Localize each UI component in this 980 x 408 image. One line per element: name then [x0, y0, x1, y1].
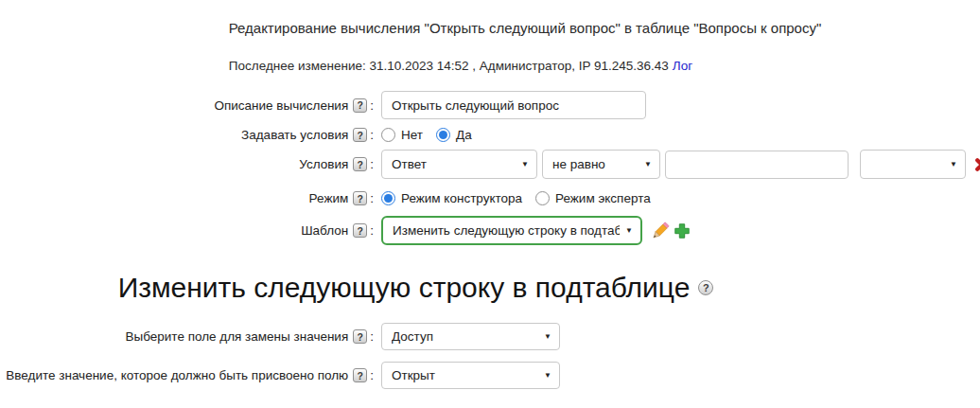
help-icon[interactable]: ?	[353, 223, 367, 238]
condition-field-select[interactable]: Ответ ▼	[381, 150, 537, 179]
radio-option-no[interactable]: Нет	[381, 128, 423, 142]
conditions-label: Условия	[299, 157, 348, 171]
assign-value-select[interactable]: Открыт ▼	[381, 362, 560, 389]
row-mode: Режим ? : Режим конструктора Режим экспе…	[0, 191, 980, 205]
chevron-down-icon: ▼	[625, 226, 633, 235]
label-colon: :	[370, 157, 374, 171]
edit-pencil-icon[interactable]	[650, 221, 671, 241]
label-colon: :	[370, 191, 374, 205]
row-replace-field: Выберите поле для замены значения ? : До…	[0, 323, 980, 350]
label-colon: :	[370, 329, 374, 344]
delete-condition-icon[interactable]	[973, 156, 980, 173]
add-plus-icon[interactable]	[674, 222, 691, 239]
selected-value: Доступ	[392, 329, 538, 344]
mode-label: Режим	[309, 191, 349, 205]
radio-option-yes[interactable]: Да	[436, 128, 472, 142]
chevron-down-icon: ▼	[644, 160, 652, 169]
chevron-down-icon: ▼	[521, 160, 529, 169]
help-icon[interactable]: ?	[353, 98, 367, 113]
help-icon[interactable]: ?	[353, 157, 367, 171]
description-input[interactable]	[381, 91, 646, 119]
template-label: Шаблон	[301, 223, 348, 238]
help-icon[interactable]: ?	[353, 191, 367, 205]
last-modified-line: Последнее изменение: 31.10.2023 14:52 , …	[0, 59, 951, 73]
template-select[interactable]: Изменить следующую строку в подтабли ▼	[381, 216, 642, 245]
row-set-conditions: Задавать условия ? : Нет Да	[0, 128, 980, 142]
row-conditions: Условия ? : Ответ ▼ не равно ▼ ▼	[0, 150, 980, 179]
help-icon[interactable]: ?	[353, 128, 367, 142]
row-description: Описание вычисления ? :	[0, 91, 980, 119]
radio-icon	[535, 191, 550, 205]
replace-field-label: Выберите поле для замены значения	[126, 329, 349, 344]
chevron-down-icon: ▼	[544, 371, 551, 380]
label-colon: :	[370, 98, 374, 113]
condition-value-input[interactable]	[665, 151, 849, 179]
chevron-down-icon: ▼	[950, 160, 957, 169]
radio-icon-checked	[436, 128, 450, 142]
radio-icon-checked	[381, 191, 395, 205]
radio-option-constructor[interactable]: Режим конструктора	[381, 191, 522, 205]
replace-field-select[interactable]: Доступ ▼	[381, 323, 560, 350]
radio-option-expert[interactable]: Режим эксперта	[535, 191, 651, 205]
selected-value: не равно	[552, 157, 639, 171]
condition-operator-select[interactable]: не равно ▼	[542, 150, 660, 179]
log-link[interactable]: Лог	[673, 59, 692, 73]
radio-label-expert: Режим эксперта	[555, 191, 651, 205]
set-conditions-label: Задавать условия	[241, 128, 348, 142]
radio-label-constructor: Режим конструктора	[401, 191, 522, 205]
template-section: Изменить следующую строку в подтаблице ?	[0, 269, 832, 307]
description-label: Описание вычисления	[214, 98, 348, 113]
selected-value: Открыт	[392, 368, 538, 382]
label-colon: :	[370, 368, 374, 382]
chevron-down-icon: ▼	[544, 332, 551, 341]
help-icon[interactable]: ?	[353, 368, 367, 382]
row-assign-value: Введите значение, которое должно быть пр…	[0, 362, 980, 389]
radio-label-yes: Да	[456, 128, 472, 142]
radio-icon	[381, 128, 395, 142]
template-sub-form: Выберите поле для замены значения ? : До…	[0, 323, 980, 389]
radio-label-no: Нет	[401, 128, 423, 142]
calculation-form: Описание вычисления ? : Задавать условия…	[0, 91, 980, 245]
row-template: Шаблон ? : Изменить следующую строку в п…	[0, 216, 980, 245]
help-icon[interactable]: ?	[353, 329, 367, 344]
selected-value: Ответ	[392, 157, 516, 171]
help-icon[interactable]: ?	[698, 280, 713, 295]
condition-extra-select[interactable]: ▼	[860, 150, 966, 179]
label-colon: :	[370, 223, 374, 238]
assign-value-label: Введите значение, которое должно быть пр…	[6, 368, 348, 382]
page-title: Редактирование вычисления "Открыть следу…	[35, 0, 980, 36]
template-section-heading: Изменить следующую строку в подтаблице	[118, 269, 691, 307]
selected-value: Изменить следующую строку в подтабли	[393, 223, 620, 238]
label-colon: :	[370, 128, 374, 142]
last-modified-text: Последнее изменение: 31.10.2023 14:52 , …	[229, 59, 669, 73]
